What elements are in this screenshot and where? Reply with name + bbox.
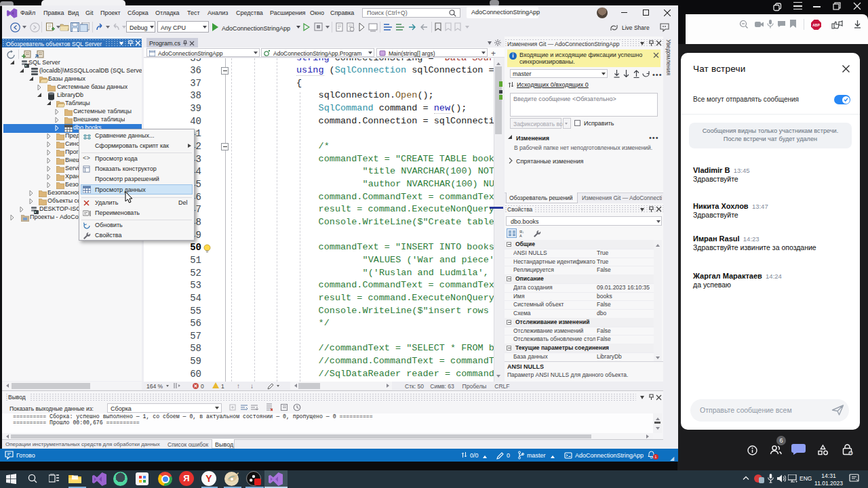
svg-text:ABP: ABP (812, 23, 820, 27)
svg-text:А: А (519, 234, 522, 237)
